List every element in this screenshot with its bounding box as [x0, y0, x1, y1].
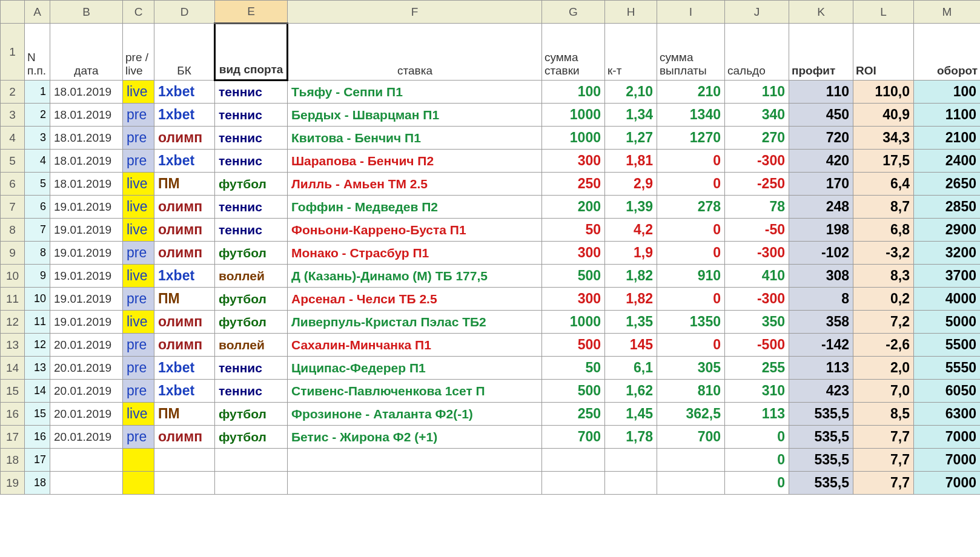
cell-odds[interactable]: 1,35: [605, 311, 657, 334]
cell-profit[interactable]: -142: [789, 334, 853, 357]
cell-profit[interactable]: 423: [789, 380, 853, 403]
cell-bet[interactable]: Тьяфу - Сеппи П1: [288, 81, 542, 104]
cell-mode[interactable]: live: [123, 81, 154, 104]
cell-payout[interactable]: 0: [657, 150, 725, 173]
cell-sport[interactable]: футбол: [215, 426, 288, 449]
cell-bk[interactable]: олимп: [154, 127, 215, 150]
cell-turn[interactable]: 5500: [914, 334, 981, 357]
cell-stake[interactable]: 200: [542, 196, 605, 219]
cell-payout[interactable]: 278: [657, 196, 725, 219]
table-row[interactable]: 10919.01.2019live1xbetволлейД (Казань)-Д…: [1, 265, 981, 288]
cell-odds[interactable]: 1,82: [605, 265, 657, 288]
cell-profit[interactable]: -102: [789, 242, 853, 265]
rowhead-6[interactable]: 6: [1, 173, 25, 196]
hdr-roi[interactable]: ROI: [853, 24, 914, 81]
table-row[interactable]: 131220.01.2019preолимпволлейСахалин-Минч…: [1, 334, 981, 357]
colhead-I[interactable]: I: [657, 1, 725, 24]
cell-sport[interactable]: футбол: [215, 311, 288, 334]
cell-bk[interactable]: 1xbet: [154, 104, 215, 127]
colhead-A[interactable]: A: [25, 1, 50, 24]
cell-roi[interactable]: 7,2: [853, 311, 914, 334]
cell-bk[interactable]: [154, 449, 215, 472]
rowhead-14[interactable]: 14: [1, 357, 25, 380]
cell-payout[interactable]: 700: [657, 426, 725, 449]
cell-turn[interactable]: 2650: [914, 173, 981, 196]
cell-roi[interactable]: 17,5: [853, 150, 914, 173]
cell-mode[interactable]: pre: [123, 357, 154, 380]
cell-n[interactable]: 9: [25, 265, 50, 288]
colhead-B[interactable]: B: [50, 1, 123, 24]
cell-odds[interactable]: 1,82: [605, 288, 657, 311]
cell-date[interactable]: 20.01.2019: [50, 403, 123, 426]
table-row[interactable]: 9819.01.2019preолимпфутболМонако - Страс…: [1, 242, 981, 265]
cell-odds[interactable]: 1,39: [605, 196, 657, 219]
hdr-mode[interactable]: pre / live: [123, 24, 154, 81]
cell-sport[interactable]: футбол: [215, 173, 288, 196]
cell-odds[interactable]: [605, 472, 657, 495]
cell-profit[interactable]: 110: [789, 81, 853, 104]
cell-n[interactable]: 17: [25, 449, 50, 472]
cell-date[interactable]: 18.01.2019: [50, 81, 123, 104]
cell-bet[interactable]: [288, 472, 542, 495]
cell-date[interactable]: 18.01.2019: [50, 150, 123, 173]
cell-odds[interactable]: 1,62: [605, 380, 657, 403]
table-row[interactable]: 2118.01.2019live1xbetтеннисТьяфу - Сеппи…: [1, 81, 981, 104]
rowhead-19[interactable]: 19: [1, 472, 25, 495]
cell-turn[interactable]: 7000: [914, 472, 981, 495]
cell-turn[interactable]: 7000: [914, 449, 981, 472]
cell-n[interactable]: 1: [25, 81, 50, 104]
rowhead-16[interactable]: 16: [1, 403, 25, 426]
cell-mode[interactable]: pre: [123, 334, 154, 357]
cell-saldo[interactable]: -500: [725, 334, 789, 357]
cell-profit[interactable]: 248: [789, 196, 853, 219]
cell-stake[interactable]: 700: [542, 426, 605, 449]
cell-saldo[interactable]: -50: [725, 219, 789, 242]
cell-mode[interactable]: [123, 472, 154, 495]
cell-bet[interactable]: Д (Казань)-Динамо (М) ТБ 177,5: [288, 265, 542, 288]
cell-turn[interactable]: 100: [914, 81, 981, 104]
cell-saldo[interactable]: -300: [725, 288, 789, 311]
hdr-turn[interactable]: оборот: [914, 24, 981, 81]
cell-bet[interactable]: Стивенс-Павлюченкова 1сет П: [288, 380, 542, 403]
rowhead-11[interactable]: 11: [1, 288, 25, 311]
cell-bet[interactable]: Циципас-Федерер П1: [288, 357, 542, 380]
cell-date[interactable]: 18.01.2019: [50, 104, 123, 127]
rowhead-18[interactable]: 18: [1, 449, 25, 472]
cell-mode[interactable]: pre: [123, 150, 154, 173]
cell-saldo[interactable]: 270: [725, 127, 789, 150]
cell-turn[interactable]: 1100: [914, 104, 981, 127]
cell-date[interactable]: [50, 472, 123, 495]
hdr-saldo[interactable]: сальдо: [725, 24, 789, 81]
hdr-odds[interactable]: к-т: [605, 24, 657, 81]
cell-profit[interactable]: 198: [789, 219, 853, 242]
cell-sport[interactable]: воллей: [215, 334, 288, 357]
cell-turn[interactable]: 6300: [914, 403, 981, 426]
cell-payout[interactable]: 0: [657, 219, 725, 242]
cell-odds[interactable]: 6,1: [605, 357, 657, 380]
colhead-D[interactable]: D: [154, 1, 215, 24]
rowhead-10[interactable]: 10: [1, 265, 25, 288]
cell-sport[interactable]: теннис: [215, 380, 288, 403]
cell-payout[interactable]: 362,5: [657, 403, 725, 426]
table-row[interactable]: 121119.01.2019liveолимпфутболЛиверпуль-К…: [1, 311, 981, 334]
cell-bet[interactable]: Бердых - Шварцман П1: [288, 104, 542, 127]
cell-bk[interactable]: олимп: [154, 219, 215, 242]
rowhead-12[interactable]: 12: [1, 311, 25, 334]
cell-mode[interactable]: pre: [123, 127, 154, 150]
cell-bk[interactable]: 1xbet: [154, 265, 215, 288]
cell-roi[interactable]: 8,7: [853, 196, 914, 219]
rowhead-5[interactable]: 5: [1, 150, 25, 173]
cell-sport[interactable]: теннис: [215, 127, 288, 150]
cell-n[interactable]: 16: [25, 426, 50, 449]
cell-payout[interactable]: 0: [657, 242, 725, 265]
cell-mode[interactable]: [123, 449, 154, 472]
cell-bk[interactable]: ПМ: [154, 403, 215, 426]
colhead-M[interactable]: M: [914, 1, 981, 24]
cell-bet[interactable]: Бетис - Жирона Ф2 (+1): [288, 426, 542, 449]
cell-sport[interactable]: теннис: [215, 196, 288, 219]
table-row[interactable]: 19180535,57,77000: [1, 472, 981, 495]
cell-stake[interactable]: 300: [542, 242, 605, 265]
cell-roi[interactable]: 7,7: [853, 426, 914, 449]
cell-n[interactable]: 14: [25, 380, 50, 403]
cell-bk[interactable]: олимп: [154, 426, 215, 449]
